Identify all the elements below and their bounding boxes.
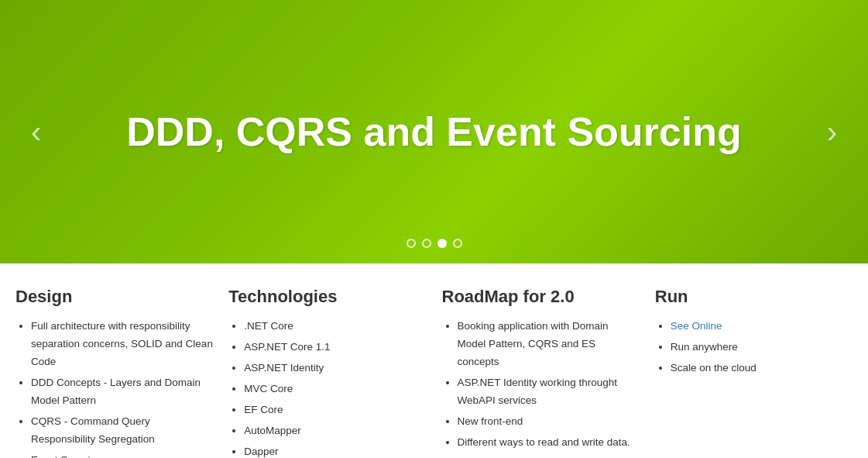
list-item: AutoMapper (244, 422, 426, 440)
list-item: EF Core (244, 401, 426, 419)
list-item: .NET Core (244, 318, 426, 336)
list-item: MVC Core (244, 381, 426, 398)
list-item: Unit Tests (458, 455, 640, 458)
list-item: ASP.NET Identity (244, 360, 426, 377)
list-item: New front-end (458, 413, 640, 431)
list-item: ASP.NET Core 1.1 (244, 339, 426, 356)
list-item: Scale on the cloud (671, 360, 853, 377)
list-item: DDD Concepts - Layers and Domain Model P… (31, 374, 213, 410)
run-title: Run (655, 287, 853, 307)
run-column: Run See Online Run anywhere Scale on the… (655, 287, 853, 458)
carousel-dot-1[interactable] (407, 239, 416, 248)
technologies-list: .NET Core ASP.NET Core 1.1 ASP.NET Ident… (228, 318, 426, 458)
carousel-dot-3[interactable] (437, 239, 447, 248)
carousel-prev-button[interactable]: ‹ (23, 107, 49, 157)
roadmap-title: RoadMap for 2.0 (442, 287, 640, 307)
list-item: Dapper (244, 443, 426, 458)
list-item: Full architecture with responsibility se… (31, 318, 213, 371)
list-item: ASP.NET Identity working throught WebAPI… (458, 374, 640, 410)
list-item: Different ways to read and write data. (458, 434, 640, 452)
carousel-dot-4[interactable] (453, 239, 462, 248)
technologies-title: Technologies (228, 287, 426, 307)
carousel-dots (407, 239, 462, 248)
carousel-next-button[interactable]: › (819, 107, 845, 157)
list-item-see-online[interactable]: See Online (671, 318, 853, 336)
content-section: Design Full architecture with responsibi… (0, 263, 868, 458)
list-item: Event Sourcing (31, 452, 213, 458)
design-column: Design Full architecture with responsibi… (15, 287, 213, 458)
carousel-dot-2[interactable] (422, 239, 431, 248)
roadmap-list: Booking application with Domain Model Pa… (442, 318, 640, 458)
design-list: Full architecture with responsibility se… (15, 318, 213, 458)
design-title: Design (15, 287, 213, 307)
run-list: See Online Run anywhere Scale on the clo… (655, 318, 853, 377)
list-item: Run anywhere (671, 339, 853, 356)
list-item: Booking application with Domain Model Pa… (458, 318, 640, 371)
hero-section: ‹ DDD, CQRS and Event Sourcing › (0, 0, 868, 263)
hero-title: DDD, CQRS and Event Sourcing (126, 108, 742, 155)
technologies-column: Technologies .NET Core ASP.NET Core 1.1 … (228, 287, 426, 458)
list-item: CQRS - Command Query Responsibility Segr… (31, 413, 213, 449)
roadmap-column: RoadMap for 2.0 Booking application with… (442, 287, 640, 458)
see-online-link[interactable]: See Online (671, 320, 722, 332)
